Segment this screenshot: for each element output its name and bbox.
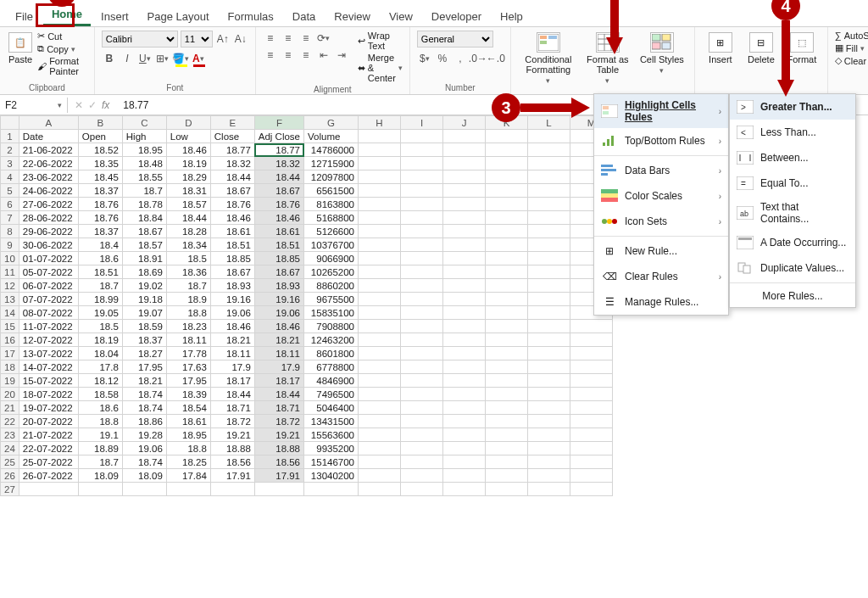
indent-inc-icon[interactable]: ⇥ [334, 48, 349, 63]
row-header-12[interactable]: 12 [1, 279, 19, 293]
cell-A15[interactable]: 11-07-2022 [19, 320, 78, 333]
italic-button[interactable]: I [120, 51, 135, 66]
cell-A19[interactable]: 15-07-2022 [19, 374, 78, 388]
cell-G24[interactable]: 9935200 [304, 442, 359, 455]
cell-D8[interactable]: 18.28 [166, 225, 210, 238]
number-format-select[interactable]: General [417, 31, 493, 48]
cell-M21[interactable] [570, 401, 613, 415]
column-header-A[interactable]: A [19, 116, 78, 130]
cell-G16[interactable]: 12463200 [304, 333, 359, 347]
cell-H25[interactable] [359, 455, 401, 469]
cell-I22[interactable] [401, 415, 443, 428]
cell-M25[interactable] [570, 455, 613, 469]
row-header-13[interactable]: 13 [1, 293, 19, 306]
cell-G22[interactable]: 13431500 [304, 415, 359, 428]
cell-C2[interactable]: 18.95 [122, 143, 166, 157]
row-header-17[interactable]: 17 [1, 347, 19, 360]
cell-A18[interactable]: 14-07-2022 [19, 360, 78, 374]
cell-K15[interactable] [486, 320, 528, 333]
cell-B5[interactable]: 18.37 [78, 184, 122, 198]
cell-E18[interactable]: 17.9 [210, 360, 254, 374]
cell-I10[interactable] [401, 252, 443, 265]
cell-I18[interactable] [401, 360, 443, 374]
cell-I23[interactable] [401, 428, 443, 442]
cell-M27[interactable] [570, 483, 613, 496]
fx-icon[interactable]: fx [102, 99, 109, 111]
cell-M16[interactable] [570, 333, 613, 347]
cell-B6[interactable]: 18.76 [78, 198, 122, 211]
fill-color-button[interactable]: 🪣▾ [173, 51, 188, 66]
copy-button[interactable]: ⧉ Copy ▾ [37, 43, 87, 54]
cell-L25[interactable] [528, 455, 570, 469]
cell-H11[interactable] [359, 265, 401, 279]
cell-A5[interactable]: 24-06-2022 [19, 184, 78, 198]
cell-L24[interactable] [528, 442, 570, 455]
cell-F20[interactable]: 18.44 [254, 388, 303, 401]
cell-B17[interactable]: 18.04 [78, 347, 122, 360]
cell-H14[interactable] [359, 306, 401, 320]
row-header-16[interactable]: 16 [1, 333, 19, 347]
increase-font-icon[interactable]: A↑ [215, 31, 231, 47]
cell-A26[interactable]: 26-07-2022 [19, 469, 78, 483]
row-header-15[interactable]: 15 [1, 320, 19, 333]
cell-F19[interactable]: 18.17 [254, 374, 303, 388]
cell-I2[interactable] [401, 143, 443, 157]
cell-E26[interactable]: 17.91 [210, 469, 254, 483]
cell-A27[interactable] [19, 483, 78, 496]
cell-B16[interactable]: 18.19 [78, 333, 122, 347]
align-middle-icon[interactable]: ≡ [281, 31, 296, 46]
cell-L4[interactable] [528, 170, 570, 184]
cell-C17[interactable]: 18.27 [122, 347, 166, 360]
cell-B1[interactable]: Open [78, 130, 122, 143]
tab-help[interactable]: Help [492, 7, 531, 26]
cell-E10[interactable]: 18.85 [210, 252, 254, 265]
row-header-11[interactable]: 11 [1, 265, 19, 279]
tab-formulas[interactable]: Formulas [220, 7, 282, 26]
dec-decimal-icon[interactable]: ←.0 [488, 51, 504, 66]
cell-E1[interactable]: Close [210, 130, 254, 143]
cell-H16[interactable] [359, 333, 401, 347]
cell-K27[interactable] [486, 483, 528, 496]
cell-D9[interactable]: 18.34 [166, 238, 210, 252]
cell-K26[interactable] [486, 469, 528, 483]
cell-A23[interactable]: 21-07-2022 [19, 428, 78, 442]
cell-B22[interactable]: 18.8 [78, 415, 122, 428]
fill-button[interactable]: ▦ Fill ▾ [835, 42, 865, 53]
column-header-F[interactable]: F [254, 116, 303, 130]
row-header-20[interactable]: 20 [1, 388, 19, 401]
comma-icon[interactable]: , [453, 51, 468, 66]
cell-H24[interactable] [359, 442, 401, 455]
cell-E16[interactable]: 18.21 [210, 333, 254, 347]
cell-L26[interactable] [528, 469, 570, 483]
cell-H1[interactable] [359, 130, 401, 143]
cf-color-scales[interactable]: Color Scales › [594, 183, 728, 209]
cell-C14[interactable]: 19.07 [122, 306, 166, 320]
cut-button[interactable]: ✂ Cut [37, 31, 87, 42]
cell-K13[interactable] [486, 293, 528, 306]
cell-J5[interactable] [443, 184, 486, 198]
cell-E2[interactable]: 18.77 [210, 143, 254, 157]
cell-styles-button[interactable]: Cell Styles▾ [637, 31, 687, 76]
cell-L21[interactable] [528, 401, 570, 415]
select-all-corner[interactable] [1, 116, 19, 130]
cell-C6[interactable]: 18.78 [122, 198, 166, 211]
cell-M23[interactable] [570, 428, 613, 442]
cell-E23[interactable]: 19.21 [210, 428, 254, 442]
cell-H21[interactable] [359, 401, 401, 415]
column-header-D[interactable]: D [166, 116, 210, 130]
cell-F17[interactable]: 18.11 [254, 347, 303, 360]
cell-F8[interactable]: 18.61 [254, 225, 303, 238]
cell-L12[interactable] [528, 279, 570, 293]
cell-E19[interactable]: 18.17 [210, 374, 254, 388]
cell-I5[interactable] [401, 184, 443, 198]
cf-top-bottom-rules[interactable]: Top/Bottom Rules › [594, 128, 728, 154]
cell-A16[interactable]: 12-07-2022 [19, 333, 78, 347]
cell-L10[interactable] [528, 252, 570, 265]
conditional-formatting-button[interactable]: Conditional Formatting▾ [518, 31, 579, 87]
cell-J22[interactable] [443, 415, 486, 428]
cell-J15[interactable] [443, 320, 486, 333]
cell-A4[interactable]: 23-06-2022 [19, 170, 78, 184]
cell-G19[interactable]: 4846900 [304, 374, 359, 388]
cell-K16[interactable] [486, 333, 528, 347]
row-header-23[interactable]: 23 [1, 428, 19, 442]
